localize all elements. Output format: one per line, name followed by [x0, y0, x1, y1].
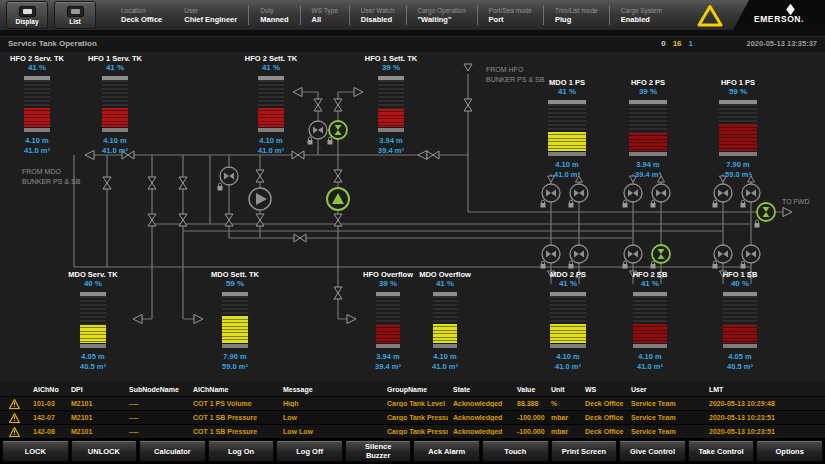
lock-icon [328, 137, 333, 144]
toolbar-button-options[interactable]: Options [756, 440, 823, 462]
tank-hfo-1-sett-tk[interactable]: HFO 1 Sett. TK39 %3.94 m39.4 m³ [346, 54, 436, 155]
valve-closed-icon[interactable] [570, 245, 588, 263]
tank-level: 3.94 m [376, 352, 399, 361]
toolbar-button-lock[interactable]: LOCK [2, 440, 69, 462]
bottom-toolbar: LOCKUNLOCKCalculatorLog OnLog OffSilence… [0, 438, 825, 464]
tank-mdo-2-ps[interactable]: MDO 2 PS41 %4.10 m41.0 m³ [523, 270, 613, 371]
header-bar: Display List LocationDeck OfficeUserChie… [0, 0, 825, 31]
display-view-button[interactable]: Display [6, 1, 48, 29]
column-header-ws[interactable]: WS [580, 386, 626, 393]
valve-icon[interactable] [334, 287, 342, 299]
column-header-lmt[interactable]: LMT [704, 386, 825, 393]
valve-closed-icon[interactable] [714, 184, 732, 202]
valve-closed-icon[interactable] [652, 184, 670, 202]
valve-closed-icon[interactable] [624, 184, 642, 202]
toolbar-button-silence-buzzer[interactable]: Silence Buzzer [345, 440, 412, 462]
tank-cap [24, 76, 50, 80]
tank-base [723, 344, 757, 348]
valve-icon[interactable] [225, 214, 233, 226]
column-header-groupname[interactable]: GroupName [382, 386, 448, 393]
toolbar-button-unlock[interactable]: UNLOCK [71, 440, 138, 462]
column-header-alchname[interactable]: AlChName [188, 386, 278, 393]
alarm-cell: ---- [124, 428, 188, 435]
toolbar-button-print-screen[interactable]: Print Screen [551, 440, 618, 462]
tank-hfo-2-sb[interactable]: HFO 2 SB41 %4.10 m41.0 m³ [605, 270, 695, 371]
valve-icon[interactable] [256, 170, 264, 182]
valve-closed-icon[interactable] [742, 245, 760, 263]
alarm-row[interactable]: 142-08M2101----COT 1 SB PressureLow LowC… [0, 425, 825, 439]
valve-icon[interactable] [148, 214, 156, 226]
valve-icon[interactable] [334, 99, 342, 111]
tank-mdo-serv-tk[interactable]: MDO Serv. TK40 %4.05 m40.5 m³ [48, 270, 138, 371]
tank-level: 3.94 m [379, 136, 402, 145]
valve-icon[interactable] [148, 177, 156, 189]
tank-level: 4.10 m [638, 352, 661, 361]
tank-fill [550, 324, 586, 343]
valve-open-icon[interactable] [757, 203, 775, 221]
valve-icon[interactable] [294, 234, 306, 242]
scada-app: Display List LocationDeck OfficeUserChie… [0, 0, 825, 464]
valve-closed-icon[interactable] [542, 184, 560, 202]
column-header-user[interactable]: User [626, 386, 704, 393]
toolbar-button-log-off[interactable]: Log Off [276, 440, 343, 462]
alarm-counters[interactable]: 0 16 1 [661, 39, 693, 48]
tank-hfo-1-ps[interactable]: HFO 1 PS59 %7.90 m59.0 m³ [693, 78, 783, 179]
tank-mdo-overflow[interactable]: MDO Overflow41 %4.10 m41.0 m³ [400, 270, 490, 371]
field-label: Trim/List mode [555, 7, 598, 15]
header-field-user-watch: User WatchDisabled [349, 5, 406, 25]
valve-closed-icon[interactable] [570, 184, 588, 202]
column-header-dpi[interactable]: DPI [66, 386, 124, 393]
column-header-alchno[interactable]: AlChNo [28, 386, 66, 393]
tank-volume: 41.0 m³ [432, 362, 458, 371]
alarm-row[interactable]: 101-03M2101----COT 1 PS VolumeHighCargo … [0, 397, 825, 411]
pump-stopped-icon[interactable] [249, 188, 271, 210]
column-header-state[interactable]: State [448, 386, 512, 393]
tank-name: HFO 2 Serv. TK [10, 54, 64, 63]
valve-icon[interactable] [464, 99, 472, 111]
field-label: Cargo System [621, 7, 662, 15]
valve-icon[interactable] [334, 170, 342, 182]
valve-closed-icon[interactable] [742, 184, 760, 202]
valve-icon[interactable] [179, 214, 187, 226]
valve-closed-icon[interactable] [542, 245, 560, 263]
toolbar-button-give-control[interactable]: Give Control [619, 440, 686, 462]
toolbar-button-take-control[interactable]: Take Control [688, 440, 755, 462]
alarm-cell: ---- [124, 414, 188, 421]
toolbar-button-ack-alarm[interactable]: Ack Alarm [413, 440, 480, 462]
alarm-cell: Service Team [626, 414, 704, 421]
pump-running-icon[interactable] [327, 188, 349, 210]
tank-hfo-2-ps[interactable]: HFO 2 PS39 %3.94 m39.4 m³ [603, 78, 693, 179]
valve-open-icon[interactable] [329, 121, 347, 139]
column-header-message[interactable]: Message [278, 386, 382, 393]
toolbar-button-touch[interactable]: Touch [482, 440, 549, 462]
field-value: Disabled [361, 15, 395, 24]
toolbar-button-calculator[interactable]: Calculator [139, 440, 206, 462]
valve-closed-icon[interactable] [220, 167, 238, 185]
column-header-subnodename[interactable]: SubNodeName [124, 386, 188, 393]
tank-mdo-1-ps[interactable]: MDO 1 PS41 %4.10 m41.0 m³ [522, 78, 612, 179]
alarm-cell: Service Team [626, 428, 704, 435]
warning-triangle-icon[interactable] [697, 4, 723, 27]
column-header-value[interactable]: Value [512, 386, 546, 393]
tank-hfo-1-sb[interactable]: HFO 1 SB40 %4.05 m40.5 m³ [695, 270, 785, 371]
valve-open-icon[interactable] [652, 245, 670, 263]
column-header-unit[interactable]: Unit [546, 386, 580, 393]
alarm-row[interactable]: 142-07M2101----COT 1 SB PressureLowCargo… [0, 411, 825, 425]
toolbar-button-log-on[interactable]: Log On [208, 440, 275, 462]
tank-hfo-2-sett-tk[interactable]: HFO 2 Sett. TK41 %4.10 m41.0 m³ [226, 54, 316, 155]
valve-icon[interactable] [256, 214, 264, 226]
list-view-button[interactable]: List [54, 1, 96, 29]
tank-level: 4.10 m [555, 160, 578, 169]
valve-icon[interactable] [179, 177, 187, 189]
valve-icon[interactable] [103, 177, 111, 189]
alarm-cell: % [546, 400, 580, 407]
valve-closed-icon[interactable] [624, 245, 642, 263]
tank-mdo-sett-tk[interactable]: MDO Sett. TK59 %7.90 m59.0 m³ [190, 270, 280, 371]
tank-volume: 41.0 m³ [258, 146, 284, 155]
field-label: Port/Sea mode [489, 7, 532, 15]
valve-closed-icon[interactable] [714, 245, 732, 263]
from-mdo-label-2: BUNKER PS & SB [22, 178, 81, 185]
tank-cap [723, 292, 757, 296]
valve-icon[interactable] [334, 214, 342, 226]
tank-hfo-1-serv-tk[interactable]: HFO 1 Serv. TK41 %4.10 m41.0 m³ [70, 54, 160, 155]
